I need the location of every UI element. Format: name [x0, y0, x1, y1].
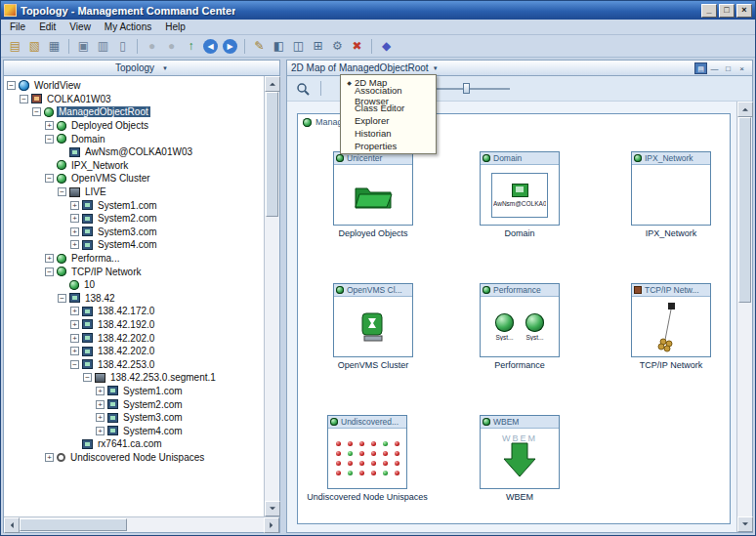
scroll-thumb[interactable] [738, 117, 751, 303]
expand-toggle[interactable]: + [96, 427, 105, 435]
print-icon[interactable]: ▦ [45, 37, 63, 56]
tree-node[interactable]: + Performa... [7, 252, 264, 266]
zoom-icon[interactable] [296, 82, 310, 96]
history-back-icon[interactable]: ● [143, 37, 161, 56]
expand-toggle[interactable]: − [20, 95, 28, 103]
expand-toggle[interactable]: + [70, 334, 79, 343]
expand-toggle[interactable]: + [70, 320, 79, 329]
tree-node[interactable]: + System2.com [7, 212, 264, 226]
pane-maximize-button[interactable]: □ [722, 62, 735, 74]
tree-node[interactable]: − COLKA01W03 [7, 93, 264, 106]
pane-close-button[interactable]: × [735, 62, 748, 74]
expand-toggle[interactable]: − [45, 174, 54, 183]
tile-box[interactable]: Domain AwNsm@COLKA01W0... [480, 151, 560, 226]
tree-node[interactable]: + 138.42.202.0 [7, 345, 264, 358]
expand-toggle[interactable]: + [96, 387, 105, 395]
expand-toggle[interactable]: + [70, 347, 79, 355]
tree-node[interactable]: − TCP/IP Network [7, 265, 264, 278]
tree-node[interactable]: + 138.42.202.0 [7, 331, 264, 345]
tree-node[interactable]: + System4.com [7, 424, 264, 437]
tile-box[interactable]: IPX_Network [631, 151, 711, 226]
map-view-title[interactable]: 2D Map of ManagedObjectRoot [291, 62, 429, 73]
paste-icon[interactable]: ▥ [94, 37, 112, 56]
expand-toggle[interactable]: − [70, 360, 79, 369]
tree-node[interactable]: − ManagedObjectRoot [7, 105, 264, 119]
expand-toggle[interactable]: − [7, 81, 16, 90]
menu-item-historian[interactable]: ◆ Historian [342, 127, 435, 140]
tree-node[interactable]: + System1.com [7, 198, 264, 212]
expand-toggle[interactable]: + [70, 227, 79, 236]
new-document-icon[interactable]: ▤ [6, 37, 24, 56]
performance-node[interactable]: Syst... [495, 313, 514, 341]
tile-box[interactable]: Performance Syst... Syst... [480, 283, 560, 357]
menu-file[interactable]: File [3, 21, 32, 33]
zoom-slider[interactable] [426, 82, 510, 95]
pane-minimize-button[interactable]: — [708, 62, 721, 74]
tree-node[interactable]: + Undiscovered Node Unispaces [7, 451, 264, 465]
expand-toggle[interactable]: + [96, 400, 105, 409]
scroll-track[interactable] [737, 117, 752, 516]
scroll-up-button[interactable] [265, 76, 280, 92]
tree-node[interactable]: − LIVE [7, 186, 264, 199]
tile-box[interactable]: Unicenter [333, 151, 413, 226]
tree-node[interactable]: + 138.42.192.0 [7, 318, 264, 332]
scroll-left-button[interactable] [4, 517, 20, 533]
expand-toggle[interactable]: − [32, 107, 41, 116]
view-left-pane-icon[interactable]: ◧ [270, 37, 288, 56]
expand-toggle[interactable]: + [70, 307, 79, 315]
tree-node[interactable]: rx7641.ca.com [7, 437, 264, 451]
tile-box[interactable]: Undiscovered... [327, 415, 407, 489]
scroll-thumb[interactable] [266, 92, 278, 217]
settings-icon[interactable]: ⚙ [328, 37, 347, 56]
domain-member-node[interactable]: AwNsm@COLKA01W0... [491, 173, 548, 218]
tree-node[interactable]: − WorldView [7, 79, 264, 93]
topology-dropdown-arrow-icon[interactable]: ▼ [162, 65, 168, 71]
tree-node[interactable]: + System1.com [7, 385, 264, 398]
menu-view[interactable]: View [63, 21, 98, 33]
managed-object-root-container[interactable]: ManagedObjectRoot Unicenter Deployed Obj… [297, 113, 731, 524]
tree-node[interactable]: − 138.42.253.0.segment.1 [7, 371, 264, 385]
view-split-pane-icon[interactable]: ◫ [289, 37, 308, 56]
expand-toggle[interactable]: − [45, 268, 54, 276]
edit-pen-icon[interactable]: ✎ [250, 37, 269, 56]
open-folder-icon[interactable]: ▧ [25, 37, 44, 56]
tree-node[interactable]: + 138.42.172.0 [7, 305, 264, 318]
tree-node[interactable]: 10 [7, 278, 264, 292]
up-level-icon[interactable]: ↑ [182, 37, 200, 56]
history-forward-icon[interactable]: ● [162, 37, 181, 56]
tile-box[interactable]: TCP/IP Netw... [631, 283, 711, 357]
scroll-up-button[interactable] [737, 102, 753, 117]
expand-toggle[interactable]: + [70, 201, 79, 210]
minimize-button[interactable]: _ [701, 4, 717, 18]
expand-toggle[interactable]: + [70, 240, 79, 249]
menu-edit[interactable]: Edit [32, 21, 63, 33]
menu-help[interactable]: Help [158, 21, 192, 33]
tree-vertical-scrollbar[interactable] [264, 76, 279, 516]
titlebar[interactable]: Topology - Management Command Center _ □… [1, 1, 755, 20]
tree-node[interactable]: AwNsm@COLKA01W03 [7, 145, 264, 159]
tree-node[interactable]: + System2.com [7, 397, 264, 411]
expand-toggle[interactable]: − [58, 187, 66, 196]
menu-item-properties[interactable]: ◆ Properties [342, 140, 435, 152]
tree-node[interactable]: + System3.com [7, 226, 264, 239]
tile-box[interactable]: WBEM WBEM [480, 415, 560, 489]
tree-node[interactable]: + Deployed Objects [7, 119, 264, 133]
expand-toggle[interactable]: + [70, 214, 79, 223]
zoom-slider-thumb[interactable] [463, 83, 470, 94]
scroll-down-button[interactable] [265, 501, 280, 516]
scroll-track[interactable] [265, 92, 279, 501]
tile-box[interactable]: OpenVMS Cl... [333, 283, 413, 357]
expand-toggle[interactable]: + [45, 453, 54, 462]
pane-menu-button[interactable]: ▤ [694, 62, 707, 74]
expand-toggle[interactable]: + [45, 254, 54, 263]
tree-node[interactable]: − 138.42.253.0 [7, 357, 264, 371]
tree-node[interactable]: IPX_Network [7, 159, 264, 173]
map-canvas[interactable]: ManagedObjectRoot Unicenter Deployed Obj… [287, 102, 736, 532]
topology-pane-header[interactable]: Topology ▼ [4, 61, 279, 76]
maximize-button[interactable]: □ [719, 4, 735, 18]
copy-icon[interactable]: ▣ [74, 37, 93, 56]
menu-item-association-browser[interactable]: ◆ Association Browser [342, 89, 435, 102]
view-grid-icon[interactable]: ⊞ [309, 37, 327, 56]
navigate-back-icon[interactable]: ◀ [203, 39, 218, 54]
map-vertical-scrollbar[interactable] [736, 102, 752, 532]
